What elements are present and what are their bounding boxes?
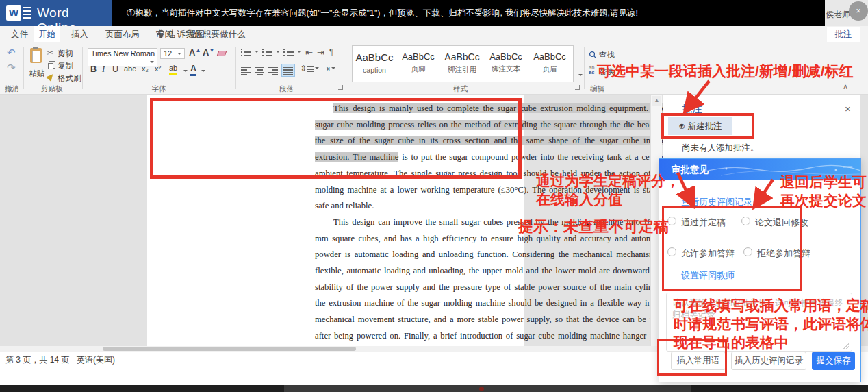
- taskbar-strip: [0, 385, 868, 392]
- numbered-list-button[interactable]: [262, 49, 280, 56]
- annotation-rect-paragraph: [150, 98, 522, 179]
- minimize-icon[interactable]: —: [843, 161, 852, 172]
- user-avatar[interactable]: ×: [849, 1, 868, 21]
- bullet-list-button[interactable]: [241, 49, 259, 56]
- scrollbar-thumb[interactable]: [103, 347, 356, 351]
- font-size-select[interactable]: 12: [160, 48, 185, 59]
- styles-more-icon[interactable]: [578, 74, 583, 78]
- doc-line[interactable]: powder is automatic loading and unloadin…: [315, 247, 665, 263]
- annotation-score-tip-2: 在线输入分值: [536, 190, 622, 209]
- multilevel-list-button[interactable]: [283, 49, 301, 56]
- notice-banner: ①抱歉，当前插件对中文大写数字存在兼容问题(如"一"会显示成"1")，但预览、下…: [112, 0, 825, 26]
- word-logo-icon: W: [6, 5, 21, 21]
- group-divider: [82, 47, 83, 89]
- justify-button[interactable]: [282, 64, 294, 76]
- language-status[interactable]: 英语(美国): [77, 354, 115, 366]
- annotation-comment-tip-1: 可在线填写或插入常用语，定稿: [674, 296, 868, 315]
- taskbar-indicator: [479, 387, 484, 391]
- annotation-comment-tip-2: 时请规范书写评语，此评语将体: [674, 315, 868, 334]
- doc-line[interactable]: mechanical movement structure, and a mor…: [315, 312, 665, 328]
- comments-toggle-button[interactable]: 批注: [827, 27, 860, 42]
- doc-line[interactable]: after being powered on. Finally, a brief…: [315, 328, 665, 345]
- bold-button[interactable]: B: [90, 64, 97, 74]
- group-divider: [235, 47, 236, 89]
- annotation-rect-radios: [662, 206, 802, 291]
- annotation-rect-new-comment: [661, 113, 754, 139]
- undo-icon[interactable]: ↶: [7, 47, 16, 59]
- numbered-list-icon: [262, 49, 264, 56]
- tab-page-layout[interactable]: 页面布局: [101, 26, 144, 42]
- redo-icon[interactable]: ↷: [7, 62, 16, 74]
- user-name: 侯老师: [826, 9, 850, 21]
- eraser-icon: [217, 51, 227, 56]
- tab-file[interactable]: 文件: [7, 26, 32, 42]
- multilevel-list-icon: [283, 49, 285, 56]
- comments-empty-text: 尚未有人添加批注。: [682, 143, 759, 154]
- align-left-icon: [241, 67, 251, 75]
- font-color-button[interactable]: A: [190, 64, 196, 76]
- align-center-button[interactable]: [255, 65, 264, 75]
- group-divider: [584, 47, 585, 89]
- submit-save-button[interactable]: 提交保存: [812, 352, 855, 370]
- bullet-list-icon: [241, 49, 242, 56]
- app-logo-block: W Word Online: [0, 0, 112, 26]
- scroll-up-icon[interactable]: ▲: [652, 96, 661, 106]
- style-item-footnote-ref[interactable]: AaBbCc 脚注引用: [440, 46, 484, 82]
- style-item-header[interactable]: AaBbCc 页眉: [528, 46, 572, 82]
- word-logo-doc-icon: [23, 7, 31, 19]
- style-item-footnote-text[interactable]: AaBbCc 脚注文本: [484, 46, 528, 82]
- page-count-status[interactable]: 第 3 页，共 14 页: [5, 354, 69, 366]
- align-left-button[interactable]: [241, 65, 251, 75]
- font-group-label: 字体: [152, 84, 166, 94]
- group-divider: [23, 47, 24, 89]
- superscript-button[interactable]: x²: [155, 64, 161, 73]
- paragraph-spacing-button[interactable]: ⇥: [323, 64, 335, 73]
- justify-icon: [283, 67, 293, 75]
- doc-line[interactable]: the extrusion machine of the sugar moldi…: [315, 295, 665, 312]
- strikethrough-button[interactable]: abc: [124, 64, 136, 73]
- paragraph-group-label: 段落: [279, 84, 294, 94]
- collapse-ribbon-icon[interactable]: ∧: [843, 82, 848, 91]
- textarea-resize-handle[interactable]: [843, 343, 849, 349]
- align-right-button[interactable]: [268, 65, 278, 75]
- annotation-return-tip-2: 再次提交论文: [780, 191, 867, 210]
- tab-tell-me[interactable]: 告诉我你想要做什么: [164, 26, 250, 42]
- undo-group-label: 撤消: [5, 84, 19, 94]
- annotation-return-tip-1: 退回后学生可: [780, 173, 867, 192]
- underline-button[interactable]: U: [112, 64, 118, 74]
- styles-dialog-launcher-icon[interactable]: [575, 85, 580, 90]
- paragraph-dialog-launcher-icon[interactable]: [338, 85, 343, 90]
- annotation-select-tip: 可选中某一段话插入批注/新增/删减/标红: [597, 62, 854, 81]
- style-item-caption[interactable]: AaBbCc caption: [353, 46, 396, 82]
- chevron-down-icon[interactable]: [183, 70, 188, 74]
- align-right-icon: [268, 67, 278, 75]
- style-item-footer[interactable]: AaBbCc 页脚: [396, 46, 440, 82]
- copy-icon: [48, 63, 53, 69]
- search-icon: [589, 51, 597, 59]
- paragraph-marks-icon[interactable]: ¶: [329, 47, 333, 57]
- tab-home[interactable]: 开始: [34, 26, 60, 42]
- increase-indent-button[interactable]: ⇥: [317, 47, 324, 58]
- decrease-indent-button[interactable]: ⇤: [305, 47, 313, 58]
- close-icon[interactable]: ×: [845, 103, 851, 114]
- paste-icon: [30, 48, 42, 63]
- insert-history-records-button[interactable]: 插入历史评阅记录: [731, 352, 806, 370]
- chevron-down-icon[interactable]: [201, 70, 205, 74]
- chevron-down-icon: [255, 51, 259, 55]
- doc-line[interactable]: stability of the power supply and the pr…: [315, 280, 665, 296]
- styles-gallery: AaBbCc caption AaBbCc 页脚 AaBbCc 脚注引用 AaB…: [352, 45, 574, 82]
- ribbon-tab-row: 文件 开始 插入 页面布局 审阅 视图 告诉我你想要做什么: [0, 26, 868, 42]
- font-family-select[interactable]: Times New Roman: [88, 48, 157, 66]
- shrink-font-button[interactable]: A▼: [203, 47, 214, 58]
- grow-font-button[interactable]: A▲: [189, 47, 201, 58]
- annotation-comment-tip-3: 现在导出的表格中: [674, 333, 789, 352]
- italic-button[interactable]: I: [102, 64, 105, 75]
- line-spacing-button[interactable]: ⇕: [300, 64, 319, 73]
- tab-insert[interactable]: 插入: [67, 26, 92, 42]
- highlight-color-button[interactable]: ab: [169, 64, 177, 75]
- chevron-down-icon: [297, 51, 301, 55]
- doc-line[interactable]: flexible, automatic loading and unloadin…: [315, 263, 665, 280]
- group-divider: [346, 47, 346, 89]
- subscript-button[interactable]: x₂: [142, 64, 149, 73]
- chevron-down-icon: [177, 53, 181, 57]
